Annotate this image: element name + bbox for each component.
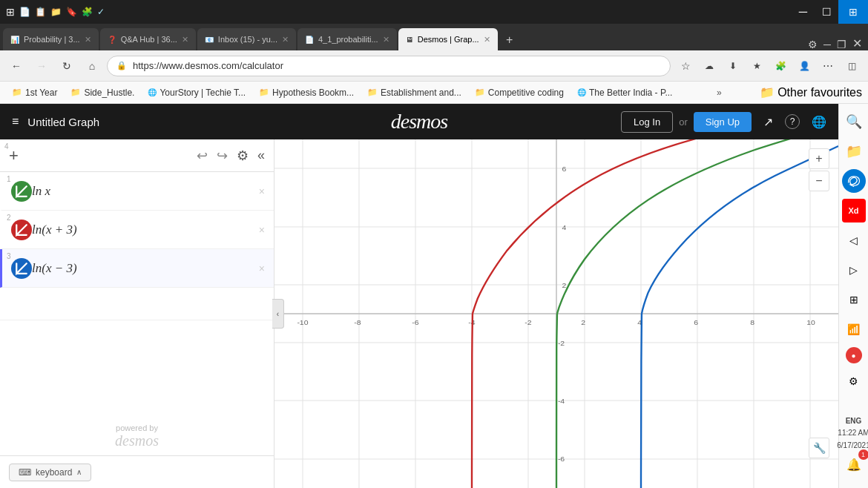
expr-number-3: 3	[7, 252, 11, 260]
collections-button[interactable]: ☁	[699, 56, 720, 76]
help-icon[interactable]: ?	[785, 114, 800, 129]
sidebar-expand-left[interactable]: ◁	[842, 228, 866, 252]
expression-empty-4[interactable]: 4	[0, 288, 274, 320]
tab-qa[interactable]: ❓ Q&A Hub | 36... ✕	[100, 28, 196, 50]
bookmark-competitive[interactable]: 📁 Competitive coding	[469, 86, 570, 99]
zoom-out-button[interactable]: −	[809, 171, 829, 191]
window-bookmark-icon[interactable]: 🔖	[66, 7, 77, 17]
add-expression-button[interactable]: +	[9, 146, 19, 165]
window-doc-icon[interactable]: 📄	[19, 7, 30, 17]
expr-delete-2[interactable]: ×	[259, 224, 265, 236]
extensions-button[interactable]: 🧩	[770, 56, 791, 76]
home-button[interactable]: ⌂	[82, 56, 102, 76]
tab-close-1[interactable]: ✕	[85, 35, 91, 44]
sidebar-settings-btn[interactable]: ⚙	[842, 369, 866, 393]
svg-text:2: 2	[581, 318, 585, 326]
address-bar[interactable]: 🔒 https://www.desmos.com/calculator	[107, 56, 671, 76]
tab-inbox[interactable]: 📧 Inbox (15) - yu... ✕	[197, 28, 296, 50]
bookmark-hypothesis[interactable]: 📁 Hypothesis Bookm...	[253, 86, 360, 99]
globe-icon[interactable]: 🌐	[812, 115, 826, 129]
tab-close-4[interactable]: ✕	[383, 35, 389, 44]
window-check-icon[interactable]: ✓	[97, 7, 105, 17]
downloads-button[interactable]: ⬇	[723, 56, 743, 76]
tab-favicon-2: ❓	[108, 36, 116, 44]
svg-text:-4: -4	[558, 397, 565, 405]
tab-4-1[interactable]: 📄 4_1_probabiliti... ✕	[297, 28, 397, 50]
sidebar-folder-btn[interactable]: 📁	[842, 139, 866, 163]
forward-button[interactable]: →	[31, 56, 52, 76]
sidebar-xd-btn[interactable]: Xd	[842, 199, 866, 222]
powered-by-section: powered by desmos	[0, 418, 274, 455]
tab-close-3[interactable]: ✕	[282, 35, 289, 44]
svg-text:-2: -2	[525, 318, 532, 326]
expression-item-1[interactable]: 1 ln x ×	[0, 172, 274, 211]
profile-button[interactable]: 👤	[794, 56, 815, 76]
close-browser-btn[interactable]: ✕	[852, 36, 862, 50]
svg-text:-10: -10	[297, 318, 308, 326]
tab-close-2[interactable]: ✕	[182, 35, 188, 44]
folder-icon-2: 📁	[70, 88, 81, 97]
graph-settings-button[interactable]: ⚙	[237, 148, 249, 164]
login-button[interactable]: Log In	[621, 111, 673, 133]
collapse-panel-button[interactable]: «	[257, 148, 265, 163]
graph-area[interactable]: -10 -8 -6 -4 -2 2 4 6 8 10 4 2 -2 -4 -6	[274, 139, 838, 488]
keyboard-label: keyboard	[36, 467, 72, 478]
favorites-button[interactable]: ★	[746, 56, 767, 76]
expr-delete-3[interactable]: ×	[259, 263, 265, 274]
svg-text:-6: -6	[412, 318, 419, 326]
back-button[interactable]: ←	[6, 56, 27, 76]
graph-wrench-button[interactable]: 🔧	[809, 438, 829, 458]
minimize-btn[interactable]: ─	[799, 5, 807, 19]
bookmarks-more-button[interactable]: »	[712, 86, 726, 99]
new-tab-button[interactable]: +	[499, 30, 520, 50]
expression-panel: + ↩ ↪ ⚙ « 1	[0, 139, 274, 488]
more-button[interactable]: ⋯	[818, 56, 838, 76]
undo-button[interactable]: ↩	[197, 148, 208, 164]
tab-probability[interactable]: 📊 Probability | 3... ✕	[3, 28, 99, 50]
expr-formula-1: ln x	[32, 184, 259, 199]
expression-item-2[interactable]: 2 ln(x + 3) ×	[0, 211, 274, 249]
bookmark-side-hustle[interactable]: 📁 Side_Hustle.	[65, 86, 140, 99]
refresh-button[interactable]: ↻	[56, 56, 77, 76]
star-button[interactable]: ☆	[675, 56, 696, 76]
window-ext-icon[interactable]: 🧩	[82, 7, 93, 17]
tab-close-5[interactable]: ✕	[484, 35, 490, 44]
notification-btn[interactable]: 🔔 1	[842, 452, 866, 476]
svg-text:-8: -8	[354, 318, 361, 326]
app-container: ≡ Untitled Graph desmos Log In or Sign U…	[0, 104, 868, 488]
tab-desmos[interactable]: 🖥 Desmos | Grap... ✕	[398, 28, 498, 50]
keyboard-button[interactable]: ⌨ keyboard ∧	[9, 464, 91, 481]
sidebar-wifi-btn[interactable]: 📶	[842, 317, 866, 341]
windows-icon[interactable]: ⊞	[838, 0, 868, 24]
expression-toolbar: + ↩ ↪ ⚙ «	[0, 139, 274, 172]
sidebar-edge-btn[interactable]	[842, 169, 866, 193]
zoom-in-button[interactable]: +	[809, 148, 829, 169]
sidebar-red-circle-btn[interactable]: ●	[846, 347, 862, 363]
other-favourites[interactable]: 📁 Other favourites	[760, 85, 862, 99]
redo-button[interactable]: ↪	[217, 148, 228, 164]
window-folder-icon[interactable]: 📁	[50, 7, 62, 17]
minimize-browser-btn[interactable]: ─	[823, 39, 831, 50]
bookmark-establishment[interactable]: 📁 Establishment and...	[361, 86, 467, 99]
bookmark-1st-year[interactable]: 📁 1st Year	[6, 86, 63, 99]
restore-browser-btn[interactable]: ❐	[837, 39, 846, 50]
sidebar-toggle-button[interactable]: ◫	[841, 56, 862, 76]
signup-button[interactable]: Sign Up	[694, 112, 752, 132]
desmos-graph-title[interactable]: Untitled Graph	[27, 116, 612, 128]
sidebar-expand-right[interactable]: ▷	[842, 258, 866, 282]
bookmark-yourstory[interactable]: 🌐 YourStory | Techie T...	[142, 86, 251, 99]
bookmark-icon-yourstory: 🌐	[148, 88, 157, 96]
window-grid-icon[interactable]: ⊞	[6, 6, 15, 18]
bookmark-better-india[interactable]: 🌐 The Better India - P...	[571, 86, 679, 99]
hamburger-menu[interactable]: ≡	[12, 115, 19, 128]
maximize-btn[interactable]: ☐	[822, 6, 832, 18]
settings-icon-tab[interactable]: ⚙	[808, 39, 818, 50]
window-doc2-icon[interactable]: 📋	[35, 7, 46, 17]
panel-collapse-arrow[interactable]: ‹	[272, 299, 284, 329]
share-icon[interactable]: ↗	[763, 115, 773, 129]
svg-text:8: 8	[750, 318, 754, 326]
sidebar-search-btn[interactable]: 🔍	[842, 110, 866, 133]
expr-delete-1[interactable]: ×	[259, 185, 265, 197]
expression-item-3[interactable]: 3 ln(x − 3) ×	[0, 249, 274, 288]
sidebar-grid-btn[interactable]: ⊞	[842, 288, 866, 311]
